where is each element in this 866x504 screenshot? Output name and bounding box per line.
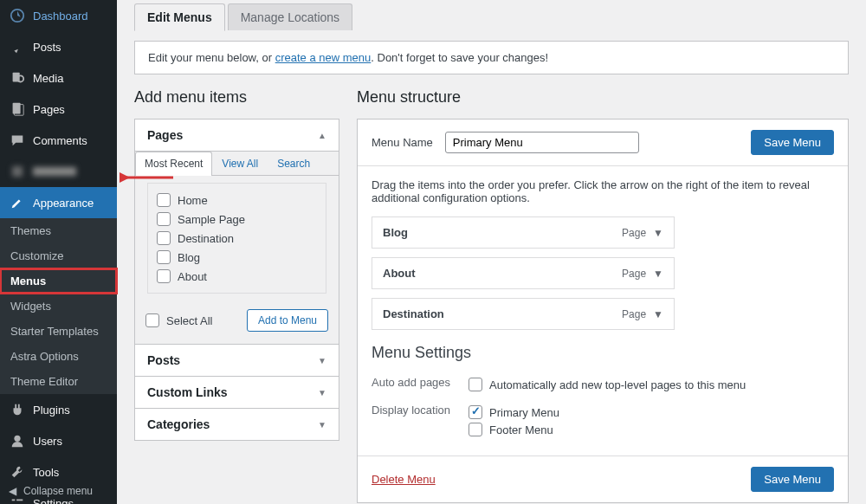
checkbox-page-destination[interactable]: [157, 231, 171, 245]
add-to-menu-button[interactable]: Add to Menu: [247, 309, 328, 332]
chevron-down-icon: ▼: [318, 356, 326, 365]
plug-icon: [9, 401, 26, 418]
create-new-menu-link[interactable]: create a new menu: [275, 51, 372, 64]
tab-edit-menus[interactable]: Edit Menus: [134, 3, 225, 31]
chevron-down-icon: ▼: [318, 420, 326, 430]
brush-icon: [9, 194, 26, 211]
display-location-label: Display location: [372, 404, 469, 417]
blank-icon: [9, 163, 26, 180]
sidebar-item-pages[interactable]: Pages: [0, 94, 117, 125]
menu-item-about[interactable]: AboutPage▼: [372, 257, 675, 289]
sidebar-submenu: Themes Customize Menus Widgets Starter T…: [0, 218, 117, 394]
menu-structure-column: Menu structure Menu Name Save Menu Drag …: [357, 88, 849, 503]
submenu-item-astra-options[interactable]: Astra Options: [0, 344, 117, 369]
menu-name-input[interactable]: [445, 132, 639, 153]
sidebar-item-plugins[interactable]: Plugins: [0, 394, 117, 425]
checkbox-auto-add-pages[interactable]: [469, 378, 482, 391]
media-icon: [9, 69, 26, 87]
menu-settings-title: Menu Settings: [372, 344, 834, 362]
menu-item-destination[interactable]: DestinationPage▼: [372, 298, 675, 330]
accordion-pages-header[interactable]: Pages▲: [135, 120, 339, 151]
sidebar-item-comments[interactable]: Comments: [0, 125, 117, 156]
tab-search[interactable]: Search: [268, 152, 320, 175]
chevron-up-icon: ▲: [318, 131, 326, 140]
sidebar-item-appearance[interactable]: Appearance: [0, 187, 117, 218]
menu-name-label: Menu Name: [372, 136, 433, 149]
pages-checklist: Home Sample Page Destination Blog About: [147, 183, 326, 294]
accordion-categories: Categories▼: [134, 409, 339, 441]
comment-icon: [9, 132, 26, 149]
svg-point-6: [14, 436, 20, 442]
auto-add-pages-label: Auto add pages: [372, 376, 469, 389]
chevron-down-icon: ▼: [318, 388, 326, 397]
sidebar-item-users[interactable]: Users: [0, 425, 117, 456]
tab-view-all[interactable]: View All: [212, 152, 268, 175]
pages-filter-tabs: Most Recent View All Search: [135, 152, 339, 176]
svg-rect-5: [12, 166, 23, 177]
sidebar-item-label: Tools: [33, 466, 59, 479]
menu-structure-title: Menu structure: [357, 88, 849, 107]
menu-panel: Menu Name Save Menu Drag the items into …: [357, 119, 849, 503]
dashboard-icon: [9, 7, 26, 24]
nav-tabs: Edit Menus Manage Locations: [134, 3, 849, 30]
page-icon: [9, 100, 26, 118]
main-content: Edit Menus Manage Locations Edit your me…: [117, 0, 866, 504]
submenu-item-themes[interactable]: Themes: [0, 218, 117, 243]
tab-most-recent[interactable]: Most Recent: [135, 152, 212, 176]
sidebar-item-dashboard[interactable]: Dashboard: [0, 0, 117, 31]
checkbox-select-all[interactable]: [145, 313, 159, 327]
collapse-icon: ◀: [9, 485, 16, 497]
sidebar-item-posts[interactable]: Posts: [0, 31, 117, 62]
accordion-posts-header[interactable]: Posts▼: [135, 345, 339, 376]
sidebar-item-label: Posts: [33, 41, 61, 54]
menu-item-blog[interactable]: BlogPage▼: [372, 216, 675, 249]
accordion-custom-links-header[interactable]: Custom Links▼: [135, 377, 339, 408]
sidebar-item-label: Media: [33, 72, 63, 85]
save-menu-top-button[interactable]: Save Menu: [751, 130, 834, 155]
submenu-item-menus[interactable]: Menus: [0, 268, 117, 294]
admin-sidebar: Dashboard Posts Media Pages Comments App…: [0, 0, 117, 504]
chevron-down-icon: ▼: [653, 227, 663, 239]
checkbox-location-primary[interactable]: [469, 405, 482, 419]
checkbox-page-home[interactable]: [157, 193, 171, 207]
checkbox-location-footer[interactable]: [469, 423, 482, 436]
notice-banner: Edit your menu below, or create a new me…: [134, 41, 849, 74]
pin-icon: [9, 38, 26, 55]
tab-manage-locations[interactable]: Manage Locations: [228, 3, 352, 30]
sidebar-item-label: Appearance: [33, 197, 94, 210]
sidebar-item-media[interactable]: Media: [0, 62, 117, 94]
chevron-down-icon: ▼: [653, 308, 663, 320]
collapse-menu-button[interactable]: ◀Collapse menu: [0, 478, 117, 504]
checkbox-page-about[interactable]: [157, 269, 171, 283]
add-menu-items-column: Add menu items Pages▲ Most Recent View A…: [134, 88, 339, 503]
sidebar-item-label: Pages: [33, 103, 65, 116]
submenu-item-theme-editor[interactable]: Theme Editor: [0, 369, 117, 394]
accordion-custom-links: Custom Links▼: [134, 377, 339, 409]
sidebar-item-label: Users: [33, 435, 62, 448]
sidebar-item-label: [33, 167, 76, 176]
accordion-pages: Pages▲ Most Recent View All Search Home …: [134, 119, 339, 345]
add-menu-items-title: Add menu items: [134, 88, 339, 107]
delete-menu-link[interactable]: Delete Menu: [372, 473, 436, 486]
instructions-text: Drag the items into the order you prefer…: [372, 178, 834, 204]
submenu-item-starter-templates[interactable]: Starter Templates: [0, 319, 117, 344]
accordion-posts: Posts▼: [134, 345, 339, 377]
user-icon: [9, 432, 26, 449]
checkbox-page-sample[interactable]: [157, 212, 171, 226]
chevron-down-icon: ▼: [653, 268, 663, 280]
sidebar-item-label: Comments: [33, 134, 87, 147]
submenu-item-widgets[interactable]: Widgets: [0, 294, 117, 319]
save-menu-bottom-button[interactable]: Save Menu: [751, 467, 834, 492]
sidebar-item-label: Dashboard: [33, 10, 88, 23]
sidebar-item-redacted[interactable]: [0, 156, 117, 187]
checkbox-page-blog[interactable]: [157, 250, 171, 264]
submenu-item-customize[interactable]: Customize: [0, 243, 117, 268]
accordion-categories-header[interactable]: Categories▼: [135, 409, 339, 440]
sidebar-item-label: Plugins: [33, 404, 70, 417]
